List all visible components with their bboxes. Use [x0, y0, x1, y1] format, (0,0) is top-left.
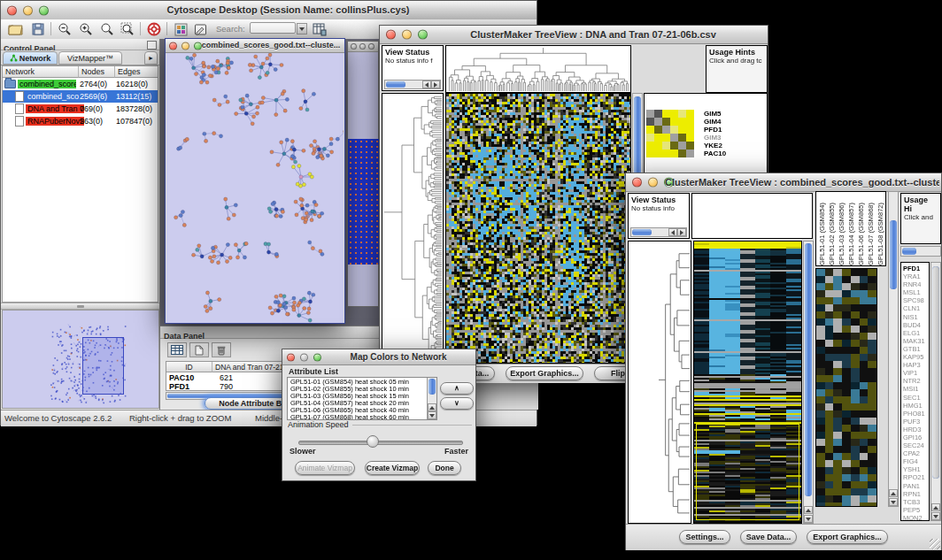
done-button[interactable]: Done — [428, 461, 461, 475]
gene-label[interactable]: KAP95 — [903, 353, 929, 361]
scroll-down-icon[interactable] — [889, 498, 898, 506]
tv1-matrix-cell[interactable] — [678, 118, 686, 126]
network-canvas[interactable] — [166, 53, 344, 323]
help-lifering-icon[interactable] — [145, 21, 163, 37]
tab-overflow-arrow[interactable]: ► — [144, 51, 158, 65]
minimize-button[interactable] — [181, 42, 189, 50]
gene-label[interactable]: GTB1 — [903, 345, 929, 353]
tv1-matrix-cell[interactable] — [670, 126, 678, 134]
tv1-heatmap[interactable] — [445, 93, 631, 364]
network-list-row[interactable]: DNA and Tran 07769(0)183728(0) — [3, 103, 158, 115]
gene-label[interactable]: HMG1 — [903, 402, 929, 410]
attribute-list-item[interactable]: GPL51-07 (GSM868) heat shock 60 min — [289, 414, 426, 420]
slider-thumb[interactable] — [367, 435, 379, 448]
panel-splitter[interactable] — [1, 303, 159, 310]
tv1-matrix-cell[interactable] — [654, 126, 662, 134]
close-button[interactable] — [386, 30, 396, 40]
tv1-matrix-cell[interactable] — [670, 134, 678, 142]
tv1-row-label[interactable]: GIM3 — [704, 134, 726, 142]
gene-label[interactable]: PHO81 — [903, 410, 929, 418]
create-vizmap-button[interactable]: Create Vizmap — [365, 461, 420, 475]
gene-label[interactable]: SEC1 — [903, 394, 929, 402]
zoom-out-icon[interactable] — [56, 21, 73, 37]
gene-label[interactable]: PAN1 — [903, 482, 929, 490]
attribute-list-scrollbar[interactable] — [427, 378, 436, 419]
zoom-button[interactable] — [39, 5, 49, 15]
scroll-down-icon[interactable] — [804, 515, 813, 523]
gene-label[interactable]: NIS1 — [903, 313, 929, 321]
gene-label[interactable]: BUD4 — [903, 321, 929, 329]
scroll-right-icon[interactable] — [677, 228, 686, 236]
network-list-row[interactable]: combined_scores2764(0)16218(0) — [3, 78, 158, 90]
tv1-matrix-cell[interactable] — [678, 142, 686, 150]
tv1-matrix-cell[interactable] — [654, 150, 662, 157]
tv1-row-label[interactable]: PFD1 — [704, 126, 726, 134]
delete-attribute-button[interactable] — [212, 342, 231, 357]
vizmap-icon[interactable] — [172, 21, 189, 37]
column-header-network[interactable]: Network — [3, 66, 79, 78]
resize-grip[interactable] — [930, 539, 940, 549]
tv2-column-label[interactable]: GPL51-02 (GSM855) — [827, 203, 837, 265]
close-button[interactable] — [632, 178, 642, 188]
tv1-matrix-cell[interactable] — [670, 110, 678, 118]
network-list-row[interactable]: RNAPuberNov2+563(0)107847(0) — [3, 115, 158, 127]
gene-label[interactable]: HAP3 — [903, 361, 929, 369]
new-attribute-button[interactable] — [189, 342, 209, 357]
save-session-button[interactable] — [29, 21, 47, 37]
tv1-matrix-cell[interactable] — [654, 118, 662, 126]
export-graphics-button[interactable]: Export Graphics... — [807, 530, 888, 544]
minimize-button[interactable] — [648, 178, 658, 188]
tv1-matrix-cell[interactable] — [654, 142, 662, 150]
table-panel-icon[interactable] — [311, 21, 328, 37]
table-cell[interactable]: PAC10 — [169, 373, 194, 382]
table-mode-button[interactable] — [167, 342, 187, 357]
scroll-down-icon[interactable] — [931, 512, 940, 520]
tv1-row-dendrogram[interactable] — [382, 93, 444, 364]
tv1-matrix-cell[interactable] — [686, 134, 694, 142]
table-cell[interactable]: PFD1 — [169, 382, 189, 391]
gene-label[interactable]: MSI1 — [903, 385, 929, 393]
tv1-matrix-cell[interactable] — [678, 134, 686, 142]
birdseye-view[interactable] — [2, 310, 159, 409]
tv1-matrix-cell[interactable] — [670, 150, 678, 157]
gene-label[interactable]: GPI16 — [903, 433, 929, 441]
table-cell[interactable]: 790 — [220, 382, 233, 391]
tab-vizmapper[interactable]: VizMapper™ — [58, 51, 122, 65]
gene-label[interactable]: RNR4 — [903, 280, 929, 288]
gene-label[interactable]: PEP5 — [903, 506, 929, 514]
zoom-selected-icon[interactable] — [98, 21, 116, 37]
gene-label[interactable]: HRD3 — [903, 426, 929, 433]
view-status-scrollbar[interactable] — [630, 227, 687, 237]
close-button[interactable] — [351, 43, 357, 50]
gene-label[interactable]: CLN1 — [903, 304, 929, 312]
tv2-heatmap-vscrollbar[interactable] — [803, 241, 814, 524]
move-down-button[interactable]: ∨ — [440, 397, 474, 410]
tv1-similarity-matrix[interactable] — [646, 110, 694, 157]
table-cell[interactable]: 621 — [220, 373, 233, 382]
search-dropdown-button[interactable] — [297, 23, 307, 35]
gene-label[interactable]: VIP1 — [903, 369, 929, 377]
gene-label[interactable]: MAK31 — [903, 337, 929, 345]
network-list-row[interactable]: combined_sco2569(6)13112(15) — [3, 90, 158, 103]
tv1-matrix-cell[interactable] — [678, 126, 686, 134]
gene-label[interactable]: YSH1 — [903, 465, 929, 473]
tv1-matrix-cell[interactable] — [686, 118, 694, 126]
search-input[interactable] — [250, 22, 296, 34]
zoom-in-icon[interactable] — [77, 21, 95, 37]
tv1-matrix-cell[interactable] — [678, 110, 686, 118]
tv1-matrix-cell[interactable] — [662, 142, 670, 150]
column-header-id[interactable]: ID — [166, 362, 212, 372]
zoom-button[interactable] — [313, 353, 321, 361]
scroll-left-icon[interactable] — [668, 228, 677, 236]
tv1-matrix-cell[interactable] — [662, 110, 670, 118]
tv1-row-label[interactable]: GIM5 — [704, 110, 726, 118]
tv1-matrix-cell[interactable] — [654, 134, 662, 142]
tv1-matrix-cell[interactable] — [686, 150, 694, 157]
gene-label[interactable]: TCB3 — [903, 498, 929, 506]
animate-vizmap-button[interactable]: Animate Vizmap — [295, 461, 355, 475]
column-header-edges[interactable]: Edges — [115, 66, 158, 78]
export-graphics-button[interactable]: Export Graphics... — [506, 366, 583, 380]
tv2-heatmap[interactable] — [693, 241, 802, 524]
close-button[interactable] — [287, 353, 295, 361]
gene-label[interactable]: CPA2 — [903, 449, 929, 457]
